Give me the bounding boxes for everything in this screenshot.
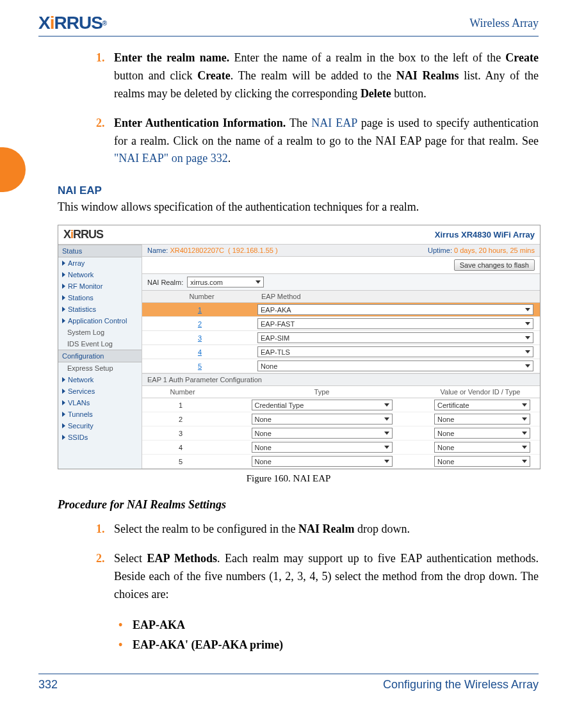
name-label: Name:	[147, 247, 168, 254]
param-value-dropdown[interactable]: None	[434, 456, 530, 467]
param-section-title: EAP 1 Auth Parameter Configuration	[142, 373, 540, 386]
sidebar-item-stations[interactable]: Stations	[58, 292, 142, 303]
param-value-dropdown[interactable]: None	[434, 414, 530, 425]
nai-eap-ref-link[interactable]: "NAI EAP" on page 332	[114, 152, 228, 165]
param-value-dropdown[interactable]: None	[434, 442, 530, 453]
step-2: 2. Enter Authentication Information. The…	[96, 115, 539, 168]
arrow-icon	[62, 261, 65, 266]
footer-title: Configuring the Wireless Array	[383, 678, 539, 692]
param-number: 2	[142, 416, 219, 423]
eap-method-dropdown[interactable]: EAP-FAST	[257, 318, 533, 329]
status-bar: Name: XR4012802207C ( 192.168.1.55 ) Upt…	[142, 245, 540, 257]
eap-row-link[interactable]: 1	[198, 306, 202, 314]
sidebar-item-app-control[interactable]: Application Control	[58, 315, 142, 327]
sidebar-item-statistics[interactable]: Statistics	[58, 303, 142, 315]
eap-row-link[interactable]: 4	[198, 348, 202, 356]
param-number: 5	[142, 458, 219, 465]
param-type-dropdown[interactable]: Credential Type	[252, 400, 393, 410]
shot-title: Xirrus XR4830 WiFi Array	[435, 230, 535, 239]
step-number: 1.	[96, 49, 114, 103]
screenshot-panel: XiRRUS Xirrus XR4830 WiFi Array Status A…	[58, 225, 540, 469]
param-row: 5 None None	[142, 455, 540, 469]
col-value: Value or Vendor ID / Type	[421, 386, 540, 398]
arrow-icon	[62, 307, 65, 312]
nai-eap-link[interactable]: NAI EAP	[311, 117, 357, 129]
eap-row-link[interactable]: 5	[198, 362, 202, 370]
sidebar-item-cfg-security[interactable]: Security	[58, 420, 142, 432]
step-text: Select EAP Methods. Each realm may suppo…	[114, 550, 539, 604]
param-type-dropdown[interactable]: None	[252, 414, 393, 425]
sidebar-item-cfg-network[interactable]: Network	[58, 374, 142, 385]
step-number: 2.	[96, 115, 114, 168]
col-eap-method: EAP Method	[261, 291, 540, 302]
chevron-down-icon	[522, 460, 527, 463]
shot-logo: XiRRUS	[63, 228, 103, 241]
sidebar-item-network[interactable]: Network	[58, 269, 142, 280]
arrow-icon	[62, 295, 65, 300]
sidebar-status-title: Status	[58, 245, 142, 257]
eap-method-dropdown[interactable]: None	[257, 360, 533, 371]
arrow-icon	[62, 377, 65, 382]
arrow-icon	[62, 389, 65, 394]
eap-method-dropdown[interactable]: EAP-SIM	[257, 332, 533, 343]
sidebar-item-cfg-services[interactable]: Services	[58, 385, 142, 397]
bullet-icon: •	[118, 615, 133, 635]
eap-row-link[interactable]: 2	[198, 320, 202, 328]
param-row: 3 None None	[142, 426, 540, 441]
eap-row: 4 EAP-TLS	[142, 345, 540, 359]
chevron-down-icon	[522, 446, 527, 449]
side-tab	[0, 147, 26, 192]
sidebar-item-cfg-vlans[interactable]: VLANs	[58, 397, 142, 408]
sidebar-item-cfg-tunnels[interactable]: Tunnels	[58, 408, 142, 420]
chevron-down-icon	[522, 432, 527, 435]
col-number: Number	[142, 291, 261, 302]
section-paragraph: This window allows specification of the …	[58, 198, 539, 216]
chevron-down-icon	[384, 460, 389, 463]
eap-row: 2 EAP-FAST	[142, 317, 540, 331]
arrow-icon	[62, 400, 65, 405]
page-footer: 332 Configuring the Wireless Array	[38, 674, 539, 692]
param-row: 1 Credential Type Certificate	[142, 398, 540, 412]
param-row: 4 None None	[142, 441, 540, 455]
nai-realm-dropdown[interactable]: xirrus.com	[187, 277, 264, 287]
chevron-down-icon	[525, 336, 530, 339]
eap-row: 3 EAP-SIM	[142, 331, 540, 345]
main-panel: Name: XR4012802207C ( 192.168.1.55 ) Upt…	[142, 245, 540, 469]
sidebar-item-rf-monitor[interactable]: RF Monitor	[58, 280, 142, 292]
param-number: 1	[142, 401, 219, 409]
param-type-dropdown[interactable]: None	[252, 428, 393, 439]
param-type-dropdown[interactable]: None	[252, 442, 393, 453]
bullet-item: • EAP-AKA' (EAP-AKA prime)	[118, 635, 539, 655]
eap-methods-table: Number EAP Method 1 EAP-AKA 2 EAP-FAST 3…	[142, 291, 540, 373]
chevron-down-icon	[525, 308, 530, 311]
param-value-dropdown[interactable]: Certificate	[434, 400, 530, 410]
chevron-down-icon	[525, 350, 530, 353]
col-number: Number	[142, 386, 223, 398]
eap-method-dropdown[interactable]: EAP-TLS	[257, 346, 533, 357]
chevron-down-icon	[525, 322, 530, 325]
chevron-down-icon	[384, 403, 389, 407]
sidebar-item-system-log[interactable]: System Log	[58, 327, 142, 338]
param-row: 2 None None	[142, 412, 540, 426]
uptime-label: Uptime:	[428, 247, 452, 254]
eap-row-link[interactable]: 3	[198, 334, 202, 342]
save-button[interactable]: Save changes to flash	[454, 259, 535, 271]
sidebar: Status Array Network RF Monitor Stations…	[58, 245, 142, 469]
arrow-icon	[62, 318, 65, 323]
sidebar-item-express-setup[interactable]: Express Setup	[58, 362, 142, 374]
step-1: 1. Enter the realm name. Enter the name …	[96, 49, 539, 103]
param-value-dropdown[interactable]: None	[434, 428, 530, 439]
sidebar-item-ids-log[interactable]: IDS Event Log	[58, 338, 142, 350]
section-title: NAI EAP	[58, 184, 539, 197]
param-type-dropdown[interactable]: None	[252, 456, 393, 467]
sidebar-config-title: Configuration	[58, 350, 142, 362]
proc-step-1: 1. Select the realm to be configured in …	[96, 521, 539, 538]
eap-method-dropdown[interactable]: EAP-AKA	[257, 304, 533, 315]
chevron-down-icon	[256, 280, 261, 284]
chevron-down-icon	[384, 432, 389, 435]
sidebar-item-cfg-ssids[interactable]: SSIDs	[58, 432, 142, 443]
step-text: Enter Authentication Information. The NA…	[114, 115, 539, 168]
chevron-down-icon	[384, 417, 389, 421]
sidebar-item-array[interactable]: Array	[58, 257, 142, 269]
arrow-icon	[62, 412, 65, 417]
